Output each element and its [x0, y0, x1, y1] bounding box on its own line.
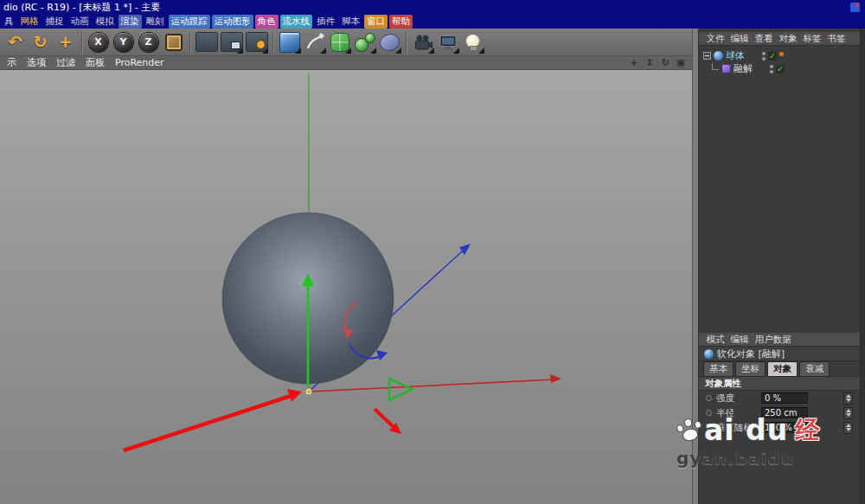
menu-script[interactable]: 脚本 — [339, 15, 362, 29]
menu-window[interactable]: 窗口 — [364, 15, 388, 29]
attribute-tabs: 基本 坐标 对象 衰减 — [699, 361, 865, 377]
vp-menu-filter[interactable]: 过滤 — [51, 56, 80, 69]
enabled-check-icon[interactable]: ✓ — [776, 65, 785, 73]
menu-mograph[interactable]: 运动图形 — [212, 15, 253, 29]
zoom-view-icon[interactable]: ↕ — [644, 57, 656, 69]
vp-menu-panel[interactable]: 面板 — [80, 56, 110, 69]
axis-y-lock-button[interactable]: Y — [111, 29, 136, 54]
object-properties-header: 对象属性 — [699, 377, 865, 391]
titlebar[interactable]: dio (RC - R19) - [未标题 1 *] - 主要 — [0, 0, 865, 15]
axis-x-icon: X — [89, 33, 108, 52]
section-title: 对象属性 — [705, 378, 741, 390]
om-menu-tags[interactable]: 标签 — [800, 33, 824, 45]
tab-basic[interactable]: 基本 — [703, 361, 734, 377]
am-menu-edit[interactable]: 编辑 — [727, 334, 752, 346]
spline-pen-button[interactable] — [302, 29, 327, 54]
om-menu-object[interactable]: 对象 — [776, 33, 800, 45]
menu-snap[interactable]: 捕捉 — [43, 15, 67, 29]
viewport[interactable] — [0, 70, 692, 504]
tab-object[interactable]: 对象 — [767, 361, 798, 377]
menu-simulate[interactable]: 模拟 — [93, 15, 117, 29]
om-menu-file[interactable]: 文件 — [703, 33, 727, 45]
render-view-button[interactable] — [194, 29, 219, 54]
modeling-tools-icon — [355, 33, 375, 52]
expand-collapse-icon[interactable] — [703, 52, 711, 60]
object-label[interactable]: 球体 — [726, 49, 762, 62]
menu-motion-tracker[interactable]: 运动跟踪 — [169, 15, 210, 29]
visibility-dots-icon[interactable] — [762, 52, 766, 61]
render-picture-viewer-button[interactable] — [219, 29, 244, 54]
om-menu-bookmarks[interactable]: 书签 — [824, 33, 849, 45]
axis-z-lock-button[interactable]: Z — [136, 29, 161, 54]
display-button[interactable] — [435, 29, 460, 54]
lights-button[interactable] — [460, 29, 485, 54]
keyframe-dot-icon[interactable] — [706, 395, 712, 401]
add-button[interactable]: + — [53, 29, 78, 54]
menu-help[interactable]: 帮助 — [389, 15, 413, 29]
pan-view-icon[interactable]: + — [628, 57, 640, 69]
panel-splitter[interactable] — [692, 29, 699, 504]
menu-mesh[interactable]: 网格 — [18, 15, 42, 29]
redo-button[interactable]: ↻ — [28, 29, 53, 54]
x-axis-line[interactable] — [309, 380, 554, 392]
render-settings-button[interactable] — [244, 29, 269, 54]
window-title: dio (RC - R19) - [未标题 1 *] - 主要 — [3, 2, 160, 13]
tree-row-melt[interactable]: 融解 ✓ — [699, 62, 865, 75]
camera-button[interactable] — [410, 29, 435, 54]
coordinate-system-icon — [165, 34, 183, 51]
attribute-object-title: 软化对象 [融解] — [717, 348, 785, 360]
enabled-check-icon[interactable]: ✓ — [768, 52, 777, 61]
tree-connector — [712, 63, 719, 70]
tree-row-sphere[interactable]: 球体 ✓ — [699, 49, 865, 62]
strength-input[interactable]: 0 % — [761, 392, 808, 404]
coordinate-system-button[interactable] — [161, 29, 186, 54]
menu-plugins[interactable]: 插件 — [314, 15, 337, 29]
toggle-view-icon[interactable]: ▣ — [675, 57, 687, 69]
undo-button[interactable]: ↶ — [3, 29, 28, 54]
window-app-icon[interactable] — [850, 3, 860, 12]
rotate-view-icon[interactable]: ↻ — [659, 57, 671, 69]
menu-animate[interactable]: 动画 — [68, 15, 92, 29]
vp-menu-options[interactable]: 选项 — [22, 56, 51, 69]
object-manager-menubar: 文件 编辑 查看 对象 标签 书签 — [699, 32, 865, 46]
visibility-dots-icon[interactable] — [770, 65, 773, 73]
soften-object-icon — [704, 349, 714, 359]
vertical-randomness-spinner[interactable] — [843, 422, 853, 434]
menu-tools[interactable]: 具 — [2, 15, 16, 29]
tag-dot-icon[interactable] — [779, 52, 784, 56]
am-menu-user-data[interactable]: 用户数据 — [752, 334, 794, 346]
om-menu-edit[interactable]: 编辑 — [727, 33, 752, 45]
add-icon: + — [59, 34, 73, 50]
attribute-object-header: 软化对象 [融解] — [699, 347, 865, 361]
toolbar-separator — [81, 32, 82, 53]
menu-pipeline[interactable]: 流水线 — [280, 15, 313, 29]
z-axis-arrowhead — [459, 244, 471, 255]
axis-x-lock-button[interactable]: X — [86, 29, 111, 54]
primitive-cube-button[interactable] — [277, 29, 302, 54]
panel-scrollbar[interactable] — [860, 29, 865, 504]
om-menu-view[interactable]: 查看 — [752, 33, 776, 45]
vp-menu-display[interactable]: 示 — [2, 56, 22, 69]
keyframe-dot-icon[interactable] — [706, 410, 712, 416]
modeling-tools-button[interactable] — [352, 29, 377, 54]
redo-icon: ↻ — [34, 34, 48, 50]
origin-point[interactable] — [306, 389, 311, 394]
menu-character[interactable]: 角色 — [255, 15, 279, 29]
spline-pen-icon — [304, 32, 325, 53]
vp-menu-prorender[interactable]: ProRender — [110, 57, 170, 68]
tab-falloff[interactable]: 衰减 — [799, 361, 830, 377]
radius-input[interactable]: 250 cm — [761, 407, 808, 418]
menu-sculpt[interactable]: 雕刻 — [144, 15, 167, 29]
keyframe-dot-icon[interactable] — [706, 424, 712, 431]
vertical-randomness-input[interactable]: 100 % — [761, 422, 808, 433]
am-menu-mode[interactable]: 模式 — [703, 334, 727, 346]
menu-render[interactable]: 渲染 — [119, 15, 142, 29]
object-label[interactable]: 融解 — [734, 62, 770, 75]
subdivision-surface-button[interactable] — [327, 29, 352, 54]
tab-coordinates[interactable]: 坐标 — [735, 361, 766, 377]
radius-spinner[interactable] — [843, 407, 853, 419]
strength-spinner[interactable] — [843, 392, 853, 405]
viewport-menubar: 示 选项 过滤 面板 ProRender + ↕ ↻ ▣ — [0, 56, 692, 70]
property-row-radius: 半径 250 cm — [699, 405, 865, 420]
deformer-button[interactable] — [377, 29, 402, 54]
